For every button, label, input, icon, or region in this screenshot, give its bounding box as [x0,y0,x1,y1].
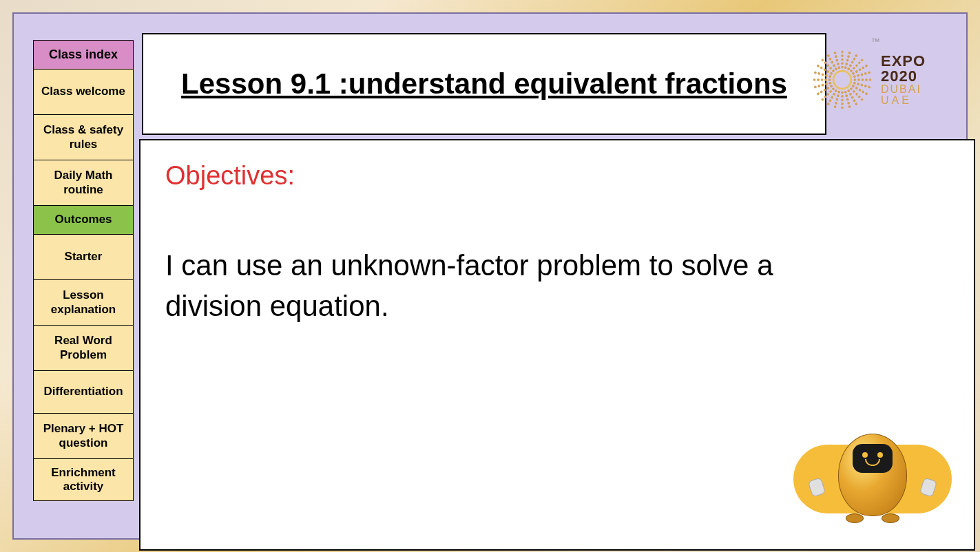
sidebar-item-lesson-explanation[interactable]: Lesson explanation [34,280,133,326]
sidebar-header: Class index [34,41,133,70]
sidebar: Class index Class welcome Class & safety… [33,40,134,501]
svg-point-4 [842,55,844,57]
mascot-image [793,424,952,527]
objectives-label: Objectives: [165,161,949,191]
objectives-text: I can use an unknown-factor problem to s… [165,246,785,327]
expo-line-2020: 2020 [881,69,926,84]
expo-2020-logo: TM EXPO 2020 DUBAI UAE [811,39,948,121]
sidebar-item-class-safety-rules[interactable]: Class & safety rules [34,115,133,160]
sidebar-item-starter[interactable]: Starter [34,235,133,280]
sidebar-item-daily-math-routine[interactable]: Daily Math routine [34,160,133,206]
sidebar-item-differentiation[interactable]: Differentiation [34,371,133,414]
sidebar-item-outcomes[interactable]: Outcomes [34,206,133,235]
expo-line-expo: EXPO [881,54,926,69]
svg-point-3 [842,59,844,61]
expo-line-uae: UAE [881,95,926,106]
svg-point-1 [842,66,844,68]
sidebar-item-plenary-hot-question[interactable]: Plenary + HOT question [34,414,133,459]
expo-sun-icon [811,48,874,112]
svg-point-2 [842,63,844,65]
sidebar-item-real-word-problem[interactable]: Real Word Problem [34,326,133,371]
lesson-title: Lesson 9.1 :understand equivalent fracti… [181,67,787,100]
title-box: Lesson 9.1 :understand equivalent fracti… [142,33,826,135]
sidebar-item-enrichment-activity[interactable]: Enrichment activity [34,459,133,500]
expo-text: EXPO 2020 DUBAI UAE [881,54,926,106]
content-box: Objectives: I can use an unknown-factor … [139,139,975,551]
svg-point-0 [833,71,851,89]
expo-line-dubai: DUBAI [881,84,926,95]
slide-frame: Class index Class welcome Class & safety… [12,12,968,540]
trademark-text: TM [871,37,879,43]
svg-point-5 [842,51,844,53]
sidebar-item-class-welcome[interactable]: Class welcome [34,70,133,115]
